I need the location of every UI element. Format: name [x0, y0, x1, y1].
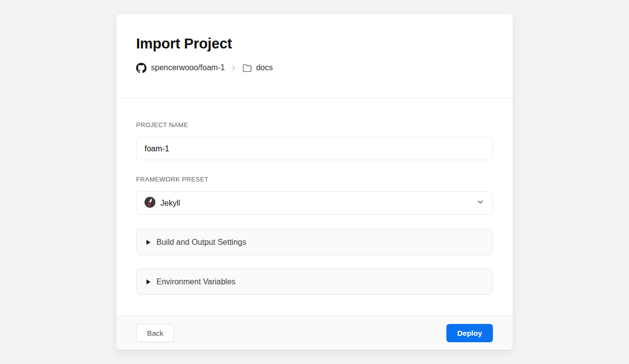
dialog-footer: Back Deploy [116, 316, 513, 350]
accordion-label: Environment Variables [156, 277, 236, 286]
breadcrumb-folder: docs [256, 63, 273, 72]
build-output-settings-accordion[interactable]: Build and Output Settings [136, 229, 493, 255]
chevron-down-icon [476, 198, 484, 208]
accordion-label: Build and Output Settings [156, 238, 246, 247]
breadcrumb-repo: spencerwooo/foam-1 [151, 63, 225, 72]
deploy-button[interactable]: Deploy [446, 324, 493, 342]
back-button[interactable]: Back [136, 324, 174, 342]
project-name-input[interactable] [136, 137, 493, 160]
project-name-label: PROJECT NAME [136, 121, 493, 129]
dialog-body: PROJECT NAME FRAMEWORK PRESET Jekyll [116, 98, 513, 316]
github-icon [136, 63, 146, 73]
framework-preset-select[interactable]: Jekyll [136, 191, 493, 215]
chevron-right-icon [230, 64, 238, 72]
triangle-right-icon [146, 279, 150, 284]
folder-icon [242, 63, 252, 73]
triangle-right-icon [146, 240, 150, 245]
breadcrumb: spencerwooo/foam-1 docs [136, 62, 493, 74]
environment-variables-accordion[interactable]: Environment Variables [136, 269, 493, 295]
framework-preset-label: FRAMEWORK PRESET [136, 176, 493, 183]
dialog-header: Import Project spencerwooo/foam-1 docs [116, 14, 513, 98]
import-project-dialog: Import Project spencerwooo/foam-1 docs [116, 14, 513, 350]
page-title: Import Project [136, 34, 493, 53]
jekyll-icon [145, 197, 155, 210]
framework-selected-value: Jekyll [160, 199, 476, 208]
